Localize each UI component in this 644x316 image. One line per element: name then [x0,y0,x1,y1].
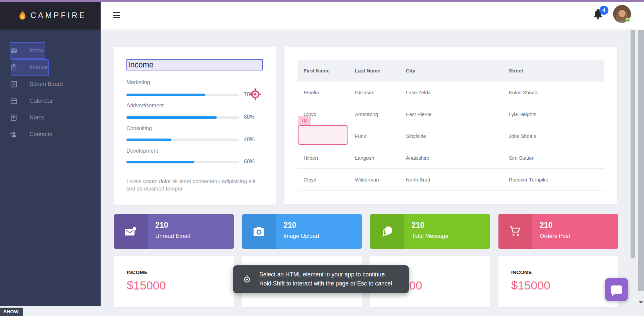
stat-label: Unread Email [155,233,190,240]
picker-highlight-td-cell[interactable] [298,125,348,145]
column-header-first-name: First Name [304,60,330,82]
income-tile-amount: $15000 [511,279,550,292]
cell-street[interactable]: Sim Station [509,147,535,169]
page-scrollbar-thumb[interactable] [638,30,644,291]
cell-city[interactable]: Lake Zelda [406,82,431,103]
cell-street[interactable]: Kulas Shoals [509,82,538,103]
picker-highlight-invoice [11,59,49,76]
cell-city[interactable]: Sibylside [406,125,426,147]
tooltip-line-2: Hold Shift to interact with the page or … [259,279,394,288]
header: 4 [101,2,644,30]
cell-first-name[interactable]: Cloyd [304,169,316,191]
sidebar-item-label: Scrum Board [30,81,63,88]
cell-street[interactable]: Jolie Shoals [509,125,536,147]
income-progress-card: Income Marketing 70% Addvertisement 80% … [114,47,276,205]
progress-percent-addvertisement: 80% [244,114,255,120]
column-header-last-name: Last Name [355,60,380,82]
column-header-street: Street [509,60,523,82]
progress-label-development: Development [126,148,158,154]
stat-label: Orders Post [540,233,570,240]
cell-last-name[interactable]: Langosh [355,147,374,169]
progress-label-marketing: Marketing [126,80,150,86]
table-row[interactable]: Hilbert Langosh Anaisshire Sim Station [298,147,604,169]
sidebar-item-contacts[interactable]: Contacts [0,126,101,143]
stat-label: Image Upload [283,233,319,240]
income-card-description: Lorem ipsum dolor sit amet consectetur a… [126,178,257,193]
content-scrollbar-thumb[interactable] [631,30,635,258]
progress-bar-consulting [126,139,239,141]
income-tile: INCOME $15000 [114,256,234,307]
cart-icon [498,214,532,249]
progress-bar-development [126,161,239,163]
table-row[interactable]: Cloyd Armstrong East Pierce Lyla Heights [298,103,604,125]
chat-bubbles-icon [370,214,404,249]
income-tile-amount: $15000 [127,279,166,292]
column-header-city: City [406,60,415,82]
cell-city[interactable]: East Pierce [406,103,432,125]
stat-card-orders-post[interactable]: 210 Orders Post [498,214,618,249]
stat-card-total-message[interactable]: 210 Total Message [370,214,490,249]
logo: CAMPFIRE [0,2,101,30]
cell-last-name[interactable]: Wilderman [355,169,379,191]
check-square-icon [10,81,17,88]
chat-fab-button[interactable] [605,278,628,301]
scrollbar-down-arrow-icon[interactable] [639,301,643,306]
tooltip-text: Select an HTML element in your app to co… [259,270,394,288]
person-add-icon [10,131,17,138]
stat-value: 210 [412,221,424,230]
locate-target-icon [242,274,252,284]
progress-label-consulting: Consulting [126,125,152,131]
mail-alert-icon [114,214,148,249]
cell-street[interactable]: Lyla Heights [509,103,536,125]
element-picker-tooltip: Select an HTML element in your app to co… [233,265,409,293]
camera-icon [242,214,276,249]
table-row[interactable]: Emelia Gislason Lake Zelda Kulas Shoals [298,82,604,103]
top-accent-line [0,0,644,2]
sidebar-item-label: Notes [30,114,44,121]
sidebar-item-calendar[interactable]: Calendar [0,93,101,109]
app-title: CAMPFIRE [31,11,87,20]
stat-value: 210 [283,221,296,230]
cell-last-name[interactable]: Gislason [355,82,374,103]
stat-card-unread-email[interactable]: 210 Unread Email [114,214,234,249]
menu-toggle-icon[interactable] [113,12,120,18]
notifications-button[interactable]: 4 [592,7,610,24]
income-tile-heading: INCOME [511,269,532,275]
cell-street[interactable]: Ruecker Turnpike [509,169,548,191]
table-row[interactable]: Cloyd Wilderman North Brad Ruecker Turnp… [298,169,604,191]
sidebar-item-notes[interactable]: Notes [0,109,101,126]
cell-city[interactable]: North Brad [406,169,430,191]
picker-tag-td: TD [298,116,311,125]
cell-last-name[interactable]: Armstrong [355,103,378,125]
cell-last-name[interactable]: Funk [355,125,366,147]
income-card-title[interactable]: Income [126,59,263,70]
income-tile-heading: INCOME [127,269,148,275]
sidebar-item-label: Calendar [30,98,53,104]
progress-bar-addvertisement [126,116,239,119]
stat-card-image-upload[interactable]: 210 Image Upload [242,214,362,249]
sidebar: Inbox Invoice Scrum Board Calendar Notes [0,30,101,306]
stat-value: 210 [155,221,168,230]
cell-first-name[interactable]: Hilbert [304,147,318,169]
stat-value: 210 [540,221,552,230]
stat-label: Total Message [412,233,448,240]
picker-highlight-inbox [10,42,45,59]
sidebar-item-scrum-board[interactable]: Scrum Board [0,76,101,93]
show-button[interactable]: SHOW [0,308,23,316]
progress-label-addvertisement: Addvertisement [126,103,164,109]
cell-first-name[interactable]: Emelia [304,82,319,103]
income-tile: INCOME $15000 [498,256,618,307]
picker-crosshair-icon [248,87,263,102]
sidebar-item-label: Contacts [30,131,52,138]
contacts-table-card: First Name Last Name City Street Emelia … [284,47,617,204]
online-status-dot [626,18,630,22]
progress-percent-development: 60% [244,159,255,165]
notification-count-badge: 4 [599,6,608,15]
table-header-row: First Name Last Name City Street [298,60,604,82]
cell-city[interactable]: Anaisshire [406,147,429,169]
progress-bar-marketing [126,94,239,96]
chat-bubble-icon [611,285,622,294]
flame-icon [19,10,26,21]
page-scrollbar[interactable] [638,30,644,316]
progress-percent-consulting: 40% [244,137,255,143]
